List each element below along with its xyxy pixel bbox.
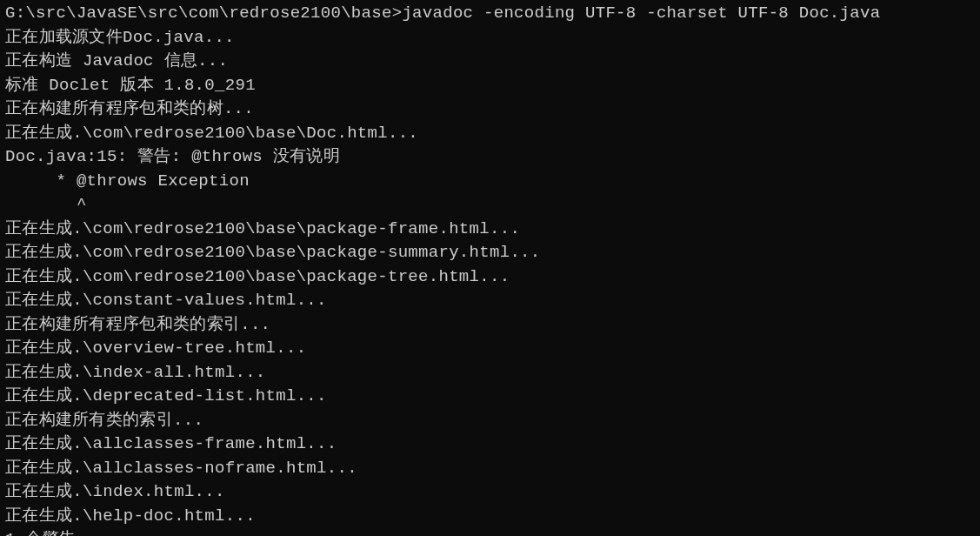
output-line: 正在生成.\index-all.html... [5, 363, 266, 382]
output-line: 正在构造 Javadoc 信息... [5, 51, 228, 70]
output-line: 正在构建所有程序包和类的树... [5, 99, 254, 118]
output-line: 正在生成.\help-doc.html... [5, 506, 256, 526]
command-text: javadoc -encoding UTF-8 -charset UTF-8 D… [402, 3, 880, 23]
output-line: 正在构建所有类的索引... [5, 411, 203, 430]
terminal-area[interactable]: G:\src\JavaSE\src\com\redrose2100\base>j… [0, 0, 980, 536]
output-summary-line: 1 个警告 [5, 530, 76, 536]
output-line: 正在生成.\com\redrose2100\base\Doc.html... [5, 124, 418, 143]
output-line: 正在生成.\allclasses-frame.html... [5, 434, 337, 453]
output-line: 正在构建所有程序包和类的索引... [5, 315, 270, 334]
prompt-path-1: G:\src\JavaSE\src\com\redrose2100\base> [5, 3, 402, 23]
output-warning-line: Doc.java:15: 警告: @throws 没有说明 [5, 147, 340, 166]
output-line: 正在生成.\constant-values.html... [5, 291, 327, 310]
output-line: 正在生成.\com\redrose2100\base\package-tree.… [5, 267, 510, 286]
output-line: 标准 Doclet 版本 1.8.0_291 [5, 76, 256, 95]
output-line: 正在生成.\deprecated-list.html... [5, 386, 327, 405]
output-line: 正在生成.\allclasses-noframe.html... [5, 459, 357, 478]
output-line: 正在生成.\overview-tree.html... [5, 338, 306, 358]
output-line: 正在生成.\com\redrose2100\base\package-summa… [5, 243, 541, 262]
output-line: 正在生成.\com\redrose2100\base\package-frame… [5, 219, 520, 238]
output-line: ^ [5, 195, 87, 214]
output-line: * @throws Exception [5, 171, 250, 191]
output-line: 正在加载源文件Doc.java... [5, 28, 235, 47]
output-line: 正在生成.\index.html... [5, 482, 225, 501]
